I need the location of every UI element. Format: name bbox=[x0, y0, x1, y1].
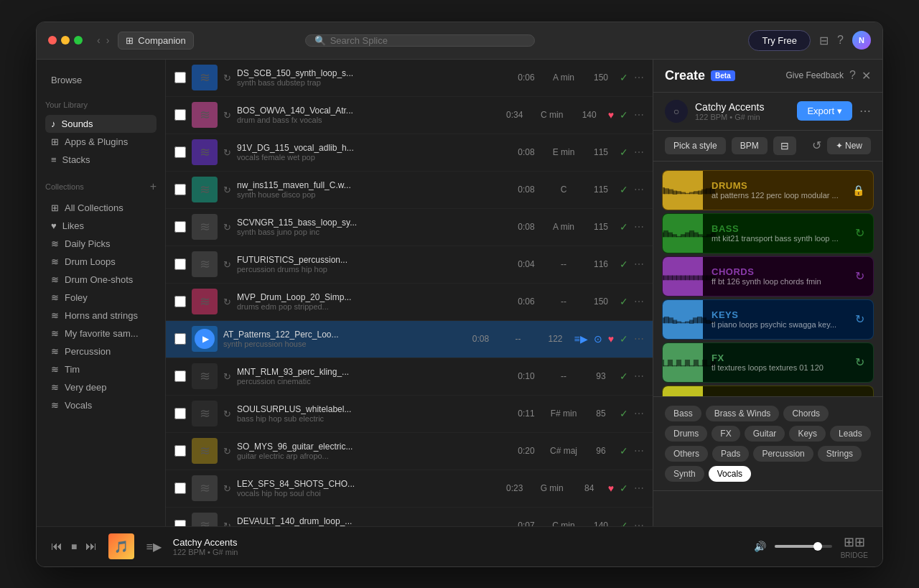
track-more-icon[interactable]: ⋯ bbox=[634, 109, 644, 121]
new-button[interactable]: ✦ New bbox=[827, 137, 871, 154]
track-similar-icon[interactable]: ⊙ bbox=[594, 333, 602, 345]
maximize-button[interactable] bbox=[74, 36, 83, 45]
sidebar-item-tim[interactable]: ≋ Tim bbox=[45, 360, 157, 378]
track-more-icon[interactable]: ⋯ bbox=[634, 333, 644, 345]
volume-slider[interactable] bbox=[775, 545, 832, 548]
track-more-icon[interactable]: ⋯ bbox=[634, 482, 644, 494]
search-input[interactable] bbox=[330, 35, 526, 46]
track-row[interactable]: ≋ ↻ MVP_Drum_Loop_20_Simp... drums edm p… bbox=[166, 284, 653, 321]
genre-tag[interactable]: FX bbox=[712, 426, 740, 442]
track-row[interactable]: ≋ ↻ SCVNGR_115_bass_loop_sy... synth bas… bbox=[166, 209, 653, 246]
close-panel-icon[interactable]: ✕ bbox=[862, 69, 871, 83]
track-more-icon[interactable]: ⋯ bbox=[634, 221, 644, 233]
back-button[interactable]: ‹ bbox=[97, 34, 101, 46]
track-heart-icon[interactable]: ♥ bbox=[608, 109, 614, 121]
track-row[interactable]: ≋ ↻ DEVAULT_140_drum_loop_... drums hous… bbox=[166, 508, 653, 526]
app-title-button[interactable]: ⊞ Companion bbox=[118, 32, 194, 50]
track-row[interactable]: ≋ ↻ MNT_RLM_93_perc_kling_... percussion… bbox=[166, 358, 653, 396]
section-refresh-button[interactable]: ↻ bbox=[855, 312, 864, 326]
queue-button[interactable]: ≡▶ bbox=[146, 540, 161, 554]
genre-tag[interactable]: Strings bbox=[818, 446, 862, 462]
sidebar-item-my-favorite[interactable]: ≋ My favorite sam... bbox=[45, 325, 157, 342]
track-add-to-queue-icon[interactable]: ≡▶ bbox=[574, 333, 588, 345]
genre-tag[interactable]: Percussion bbox=[753, 446, 813, 462]
track-row[interactable]: ≋ ↻ DS_SCB_150_synth_loop_s... synth bas… bbox=[166, 60, 653, 97]
sidebar-item-horns-strings[interactable]: ≋ Horns and strings bbox=[45, 307, 157, 325]
genre-tag[interactable]: Chords bbox=[783, 406, 829, 421]
track-checkbox[interactable] bbox=[174, 445, 186, 457]
genre-tag[interactable]: Vocals bbox=[709, 466, 751, 482]
project-more-button[interactable]: ⋯ bbox=[859, 104, 871, 118]
track-loop-icon[interactable]: ↻ bbox=[223, 185, 231, 195]
track-row[interactable]: ≋ ↻ nw_ins115_maven_full_C.w... synth ho… bbox=[166, 172, 653, 209]
track-more-icon[interactable]: ⋯ bbox=[634, 258, 644, 270]
section-lock-button[interactable]: 🔒 bbox=[852, 185, 864, 196]
help-icon[interactable]: ? bbox=[837, 34, 844, 47]
sidebar-item-daily-picks[interactable]: ≋ Daily Picks bbox=[45, 235, 157, 253]
track-checkbox[interactable] bbox=[174, 72, 186, 83]
track-checkbox[interactable] bbox=[174, 370, 186, 382]
section-row[interactable]: ▂▄▆▇▆▄▂▁▂▄▆▇▆▄▂ KEYS tl piano loops psyc… bbox=[662, 299, 874, 340]
previous-button[interactable]: ⏮ bbox=[51, 540, 62, 553]
track-loop-icon[interactable]: ↻ bbox=[223, 446, 231, 457]
sidebar-item-percussion[interactable]: ≋ Percussion bbox=[45, 342, 157, 360]
track-loop-icon[interactable]: ↻ bbox=[223, 73, 231, 83]
track-loop-icon[interactable]: ↻ bbox=[223, 521, 231, 526]
track-checkbox[interactable] bbox=[174, 146, 186, 158]
export-button[interactable]: Export ▾ bbox=[797, 101, 852, 121]
track-checkbox[interactable] bbox=[174, 221, 186, 233]
track-more-icon[interactable]: ⋯ bbox=[634, 72, 644, 83]
track-loop-icon[interactable]: ↻ bbox=[223, 147, 231, 158]
sidebar-item-sounds[interactable]: ♪ Sounds bbox=[45, 115, 157, 133]
track-checkbox[interactable] bbox=[174, 333, 186, 345]
track-row[interactable]: ≋ ↻ SOULSURPLUS_whitelabel... bass hip h… bbox=[166, 396, 653, 433]
sidebar-item-very-deep[interactable]: ≋ Very deep bbox=[45, 378, 157, 396]
stop-button[interactable]: ■ bbox=[71, 541, 77, 552]
track-checkbox[interactable] bbox=[174, 184, 186, 195]
search-bar[interactable]: 🔍 bbox=[305, 34, 535, 47]
sidebar-item-drum-loops[interactable]: ≋ Drum Loops bbox=[45, 253, 157, 271]
genre-tag[interactable]: Pads bbox=[712, 446, 749, 462]
genre-tag[interactable]: Others bbox=[665, 446, 708, 462]
add-collection-button[interactable]: + bbox=[150, 180, 157, 193]
track-row[interactable]: ≋ ↻ BOS_OWVA_140_Vocal_Atr... drum and b… bbox=[166, 97, 653, 134]
genre-tag[interactable]: Leads bbox=[830, 426, 871, 442]
track-loop-icon[interactable]: ↻ bbox=[223, 297, 231, 307]
sidebar-item-browse[interactable]: Browse bbox=[45, 71, 157, 89]
genre-tag[interactable]: Keys bbox=[789, 426, 826, 442]
sidebar-item-all-collections[interactable]: ⊞ All Collections bbox=[45, 199, 157, 217]
track-loop-icon[interactable]: ↻ bbox=[223, 259, 231, 270]
track-more-icon[interactable]: ⋯ bbox=[634, 146, 644, 158]
sidebar-item-foley[interactable]: ≋ Foley bbox=[45, 289, 157, 307]
sidebar-item-likes[interactable]: ♥ Likes bbox=[45, 217, 157, 235]
track-heart-icon[interactable]: ♥ bbox=[608, 482, 614, 494]
track-checkbox[interactable] bbox=[174, 482, 186, 494]
bpm-button[interactable]: BPM bbox=[732, 137, 768, 154]
track-play-button[interactable]: ▶ bbox=[195, 329, 215, 349]
sidebar-item-drum-oneshots[interactable]: ≋ Drum One-shots bbox=[45, 271, 157, 289]
give-feedback-button[interactable]: Give Feedback bbox=[785, 70, 844, 80]
track-more-icon[interactable]: ⋯ bbox=[634, 445, 644, 457]
volume-knob[interactable] bbox=[813, 542, 822, 551]
sidebar-item-apps-plugins[interactable]: ⊞ Apps & Plugins bbox=[45, 133, 157, 151]
next-button[interactable]: ⏭ bbox=[85, 540, 97, 553]
eq-button[interactable]: ⊟ bbox=[773, 136, 796, 155]
section-row[interactable]: ▅▅▅▅▅▅▅▅▅▅▅▅▅▅▅ CHORDS ff bt 126 synth l… bbox=[662, 256, 874, 297]
try-free-button[interactable]: Try Free bbox=[748, 30, 811, 51]
track-row[interactable]: ≋ ↻ LEX_SFS_84_SHOTS_CHO... vocals hip h… bbox=[166, 470, 653, 508]
track-row[interactable]: ▶ AT_Patterns_122_Perc_Loo... synth perc… bbox=[166, 321, 653, 358]
track-loop-icon[interactable]: ↻ bbox=[223, 222, 231, 233]
undo-button[interactable]: ↺ bbox=[812, 139, 821, 152]
sidebar-item-vocals[interactable]: ≋ Vocals bbox=[45, 396, 157, 414]
section-refresh-button[interactable]: ↻ bbox=[855, 269, 864, 283]
section-row[interactable]: ▃▅▇▅▃▁▃▅▇▅▃▁▃▅▇ SYNTH plx ett 140 arp ma… bbox=[662, 386, 874, 396]
bridge-button[interactable]: ⊞⊞ BRIDGE bbox=[841, 534, 868, 559]
track-checkbox[interactable] bbox=[174, 109, 186, 121]
close-button[interactable] bbox=[48, 36, 57, 45]
section-row[interactable]: ▁▃▅▇▅▃▁▃▅▇▅▃▁▃▅ BASS mt kit21 transport … bbox=[662, 213, 874, 253]
track-loop-icon[interactable]: ↻ bbox=[223, 371, 231, 382]
genre-tag[interactable]: Drums bbox=[665, 426, 707, 442]
track-row[interactable]: ≋ ↻ 91V_DG_115_vocal_adlib_h... vocals f… bbox=[166, 134, 653, 172]
section-refresh-button[interactable]: ↻ bbox=[855, 226, 864, 240]
track-loop-icon[interactable]: ↻ bbox=[223, 409, 231, 419]
